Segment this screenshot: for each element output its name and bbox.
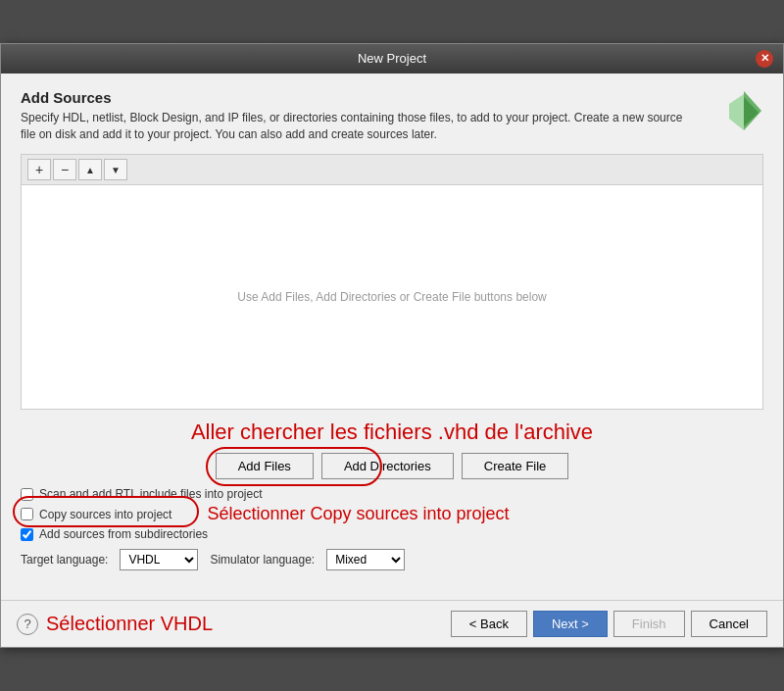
back-button[interactable]: < Back — [451, 611, 527, 637]
title-bar: New Project ✕ — [1, 44, 783, 74]
copy-sources-row: Copy sources into project Sélectionner C… — [21, 504, 510, 524]
file-list: Use Add Files, Add Directories or Create… — [21, 184, 763, 410]
move-up-button[interactable]: ▲ — [78, 159, 102, 180]
header-text: Add Sources Specify HDL, netlist, Block … — [21, 89, 687, 155]
close-button[interactable]: ✕ — [756, 50, 773, 68]
help-button[interactable]: ? — [17, 614, 38, 635]
move-down-button[interactable]: ▼ — [104, 159, 127, 180]
section-desc: Specify HDL, netlist, Block Design, and … — [21, 110, 687, 143]
add-subdirectories-label: Add sources from subdirectories — [39, 527, 208, 541]
add-subdirectories-checkbox[interactable] — [21, 528, 33, 541]
file-toolbar: + − ▲ ▼ — [21, 154, 763, 184]
checkboxes-area: Scan and add RTL include files into proj… — [21, 487, 763, 541]
simulator-language-select[interactable]: Mixed VHDL Verilog — [326, 549, 405, 570]
add-subdirectories-row: Add sources from subdirectories — [21, 527, 763, 541]
next-button[interactable]: Next > — [533, 611, 608, 637]
cancel-button[interactable]: Cancel — [691, 611, 767, 637]
finish-button[interactable]: Finish — [613, 611, 685, 637]
header-area: Add Sources Specify HDL, netlist, Block … — [21, 89, 763, 155]
scan-rtl-row: Scan and add RTL include files into proj… — [21, 487, 763, 501]
dialog-title: New Project — [28, 51, 756, 66]
add-file-button[interactable]: + — [27, 159, 51, 180]
copy-sources-checkbox[interactable] — [21, 508, 33, 520]
file-list-placeholder: Use Add Files, Add Directories or Create… — [237, 290, 546, 304]
simulator-language-label: Simulator language: — [210, 553, 315, 567]
scan-rtl-label: Scan and add RTL include files into proj… — [39, 487, 262, 501]
add-files-button[interactable]: Add Files — [216, 453, 314, 479]
vivado-logo — [724, 89, 763, 136]
new-project-dialog: New Project ✕ Add Sources Specify HDL, n… — [0, 43, 784, 649]
bottom-bar: ? Sélectionner VHDL < Back Next > Finish… — [1, 600, 783, 647]
dialog-content: Add Sources Specify HDL, netlist, Block … — [1, 74, 783, 595]
target-language-label: Target language: — [21, 553, 108, 567]
language-row: Target language: VHDL Verilog Simulator … — [21, 549, 763, 570]
add-files-oval-container: Add Files — [216, 453, 314, 479]
section-title: Add Sources — [21, 89, 687, 106]
nav-buttons: < Back Next > Finish Cancel — [451, 611, 767, 637]
annotation-vhdl: Sélectionner VHDL — [46, 613, 213, 635]
annotation-files: Aller chercher les fichiers .vhd de l'ar… — [21, 420, 763, 445]
add-directories-button[interactable]: Add Directories — [321, 453, 454, 479]
target-language-select[interactable]: VHDL Verilog — [120, 549, 198, 570]
annotation-copy: Sélectionner Copy sources into project — [207, 504, 509, 524]
copy-sources-label: Copy sources into project — [39, 508, 172, 521]
action-buttons-area: Add Files Add Directories Create File — [21, 453, 763, 479]
bottom-left: ? Sélectionner VHDL — [17, 613, 213, 635]
remove-file-button[interactable]: − — [53, 159, 76, 180]
scan-rtl-checkbox[interactable] — [21, 488, 33, 501]
svg-marker-2 — [729, 94, 744, 130]
create-file-button[interactable]: Create File — [462, 453, 569, 479]
